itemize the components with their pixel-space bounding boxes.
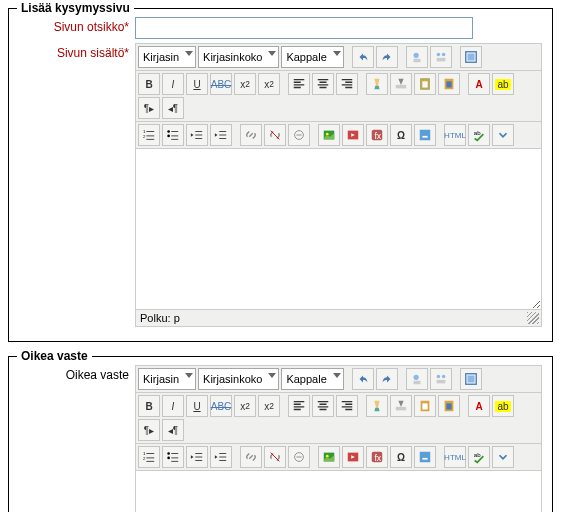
italic-icon[interactable]: I — [162, 73, 184, 95]
svg-rect-33 — [422, 403, 427, 409]
input-page-title[interactable] — [135, 17, 473, 39]
more-icon[interactable] — [492, 446, 514, 468]
align-right-icon[interactable] — [336, 395, 358, 417]
paste-word-icon[interactable] — [438, 73, 460, 95]
align-right-icon[interactable] — [336, 73, 358, 95]
indent-icon[interactable] — [210, 446, 232, 468]
bold-icon[interactable]: B — [138, 73, 160, 95]
svg-point-0 — [413, 53, 418, 58]
redo-icon[interactable] — [376, 368, 398, 390]
svg-rect-25 — [413, 381, 420, 385]
underline-icon[interactable]: U — [186, 395, 208, 417]
spell-icon[interactable]: ab — [468, 446, 490, 468]
spell-icon[interactable]: ab — [468, 124, 490, 146]
find-icon[interactable] — [406, 46, 428, 68]
toolbar2-row1: Kirjasin Kirjasinkoko Kappale — [135, 365, 542, 392]
align-center-icon[interactable] — [312, 395, 334, 417]
fullscreen-icon[interactable] — [460, 368, 482, 390]
strike-icon[interactable]: ABC — [210, 395, 232, 417]
legend-add-question: Lisää kysymyssivu — [17, 1, 134, 15]
svg-rect-1 — [413, 59, 420, 63]
underline-icon[interactable]: U — [186, 73, 208, 95]
link-icon[interactable] — [240, 446, 262, 468]
subscript-icon[interactable]: x2 — [234, 73, 256, 95]
redo-icon[interactable] — [376, 46, 398, 68]
ltr-icon[interactable]: ¶▸ — [138, 97, 160, 119]
replace-icon[interactable] — [430, 46, 452, 68]
rtl-icon[interactable]: ◂¶ — [162, 419, 184, 441]
autolink-icon[interactable] — [288, 446, 310, 468]
ltr-icon[interactable]: ¶▸ — [138, 419, 160, 441]
equation-icon[interactable]: fx — [366, 446, 388, 468]
toolbar-row2: B I U ABC x2 x2 A ab ¶▸ ◂¶ — [135, 70, 542, 121]
cleanup-icon[interactable] — [366, 73, 388, 95]
media-icon[interactable] — [342, 446, 364, 468]
unordered-list-icon[interactable] — [162, 124, 184, 146]
unlink-icon[interactable] — [264, 446, 286, 468]
font-size-select-2[interactable]: Kirjasinkoko — [198, 368, 279, 390]
link-icon[interactable] — [240, 124, 262, 146]
font-family-select[interactable]: Kirjasin — [138, 46, 196, 68]
replace-icon[interactable] — [430, 368, 452, 390]
svg-rect-30 — [467, 376, 474, 383]
media-icon[interactable] — [342, 124, 364, 146]
paragraph-select[interactable]: Kappale — [281, 46, 343, 68]
fullscreen-icon[interactable] — [460, 46, 482, 68]
nbsp-icon[interactable] — [414, 124, 436, 146]
undo-icon[interactable] — [352, 46, 374, 68]
font-size-select[interactable]: Kirjasinkoko — [198, 46, 279, 68]
more-icon[interactable] — [492, 124, 514, 146]
align-left-icon[interactable] — [288, 395, 310, 417]
paste-text-icon[interactable] — [414, 73, 436, 95]
remove-format-icon[interactable] — [390, 395, 412, 417]
svg-point-38 — [167, 452, 170, 455]
indent-icon[interactable] — [210, 124, 232, 146]
section-add-question-page: Lisää kysymyssivu Sivun otsikko* Sivun s… — [8, 8, 553, 342]
html-icon[interactable]: HTML — [444, 446, 466, 468]
svg-rect-9 — [422, 81, 427, 87]
rtl-icon[interactable]: ◂¶ — [162, 97, 184, 119]
image-icon[interactable] — [318, 124, 340, 146]
paste-word-icon[interactable] — [438, 395, 460, 417]
ordered-list-icon[interactable]: 12 — [138, 124, 160, 146]
outdent-icon[interactable] — [186, 124, 208, 146]
align-center-icon[interactable] — [312, 73, 334, 95]
image-icon[interactable] — [318, 446, 340, 468]
content-editor-area[interactable] — [135, 148, 542, 310]
unordered-list-icon[interactable] — [162, 446, 184, 468]
font-family-select-2[interactable]: Kirjasin — [138, 368, 196, 390]
paste-text-icon[interactable] — [414, 395, 436, 417]
cleanup-icon[interactable] — [366, 395, 388, 417]
bg-color-icon[interactable]: ab — [492, 73, 514, 95]
outdent-icon[interactable] — [186, 446, 208, 468]
html-icon[interactable]: HTML — [444, 124, 466, 146]
text-color-icon[interactable]: A — [468, 73, 490, 95]
svg-text:ab: ab — [474, 451, 481, 458]
superscript-icon[interactable]: x2 — [258, 395, 280, 417]
superscript-icon[interactable]: x2 — [258, 73, 280, 95]
svg-rect-4 — [436, 58, 445, 62]
strike-icon[interactable]: ABC — [210, 73, 232, 95]
text-color-icon[interactable]: A — [468, 395, 490, 417]
svg-text:2: 2 — [143, 134, 146, 139]
response-editor-area[interactable] — [135, 470, 542, 512]
toolbar2-row3: 12 fx Ω HTML ab — [135, 443, 542, 470]
ordered-list-icon[interactable]: 12 — [138, 446, 160, 468]
autolink-icon[interactable] — [288, 124, 310, 146]
svg-rect-11 — [446, 81, 451, 87]
italic-icon[interactable]: I — [162, 395, 184, 417]
equation-icon[interactable]: fx — [366, 124, 388, 146]
remove-format-icon[interactable] — [390, 73, 412, 95]
char-icon[interactable]: Ω — [390, 446, 412, 468]
undo-icon[interactable] — [352, 368, 374, 390]
unlink-icon[interactable] — [264, 124, 286, 146]
subscript-icon[interactable]: x2 — [234, 395, 256, 417]
char-icon[interactable]: Ω — [390, 124, 412, 146]
bg-color-icon[interactable]: ab — [492, 395, 514, 417]
nbsp-icon[interactable] — [414, 446, 436, 468]
find-icon[interactable] — [406, 368, 428, 390]
paragraph-select-2[interactable]: Kappale — [281, 368, 343, 390]
bold-icon[interactable]: B — [138, 395, 160, 417]
align-left-icon[interactable] — [288, 73, 310, 95]
resize-grip-icon[interactable] — [527, 312, 539, 324]
